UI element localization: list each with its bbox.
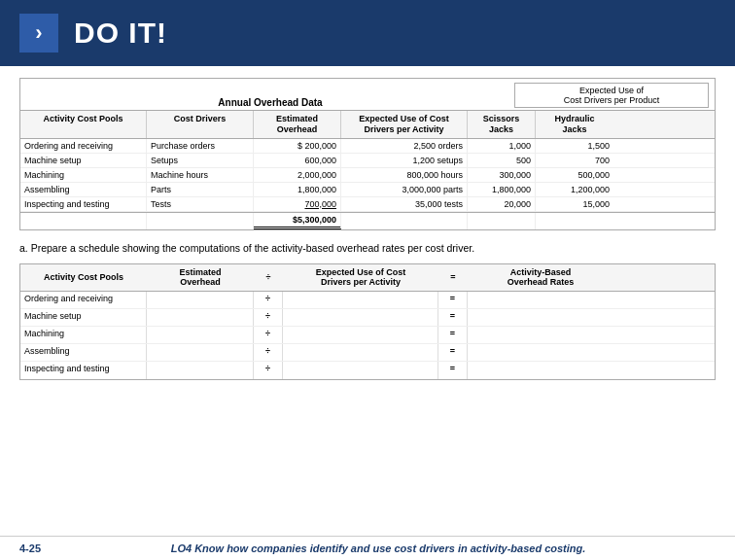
cell-driver-5: Tests xyxy=(147,197,254,211)
cell-driver-3: Machine hours xyxy=(147,168,254,182)
bt-rate-4 xyxy=(468,344,613,361)
table-row: Assembling Parts 1,800,000 3,000,000 par… xyxy=(20,183,715,197)
bt-div-2: ÷ xyxy=(254,309,283,326)
header: › DO IT! xyxy=(0,0,735,66)
total-sci xyxy=(468,213,536,229)
cell-activity-3: Machining xyxy=(20,168,147,182)
bt-eq-2: = xyxy=(438,309,468,326)
bt-exp-2 xyxy=(283,309,438,326)
page-title: DO IT! xyxy=(74,17,167,50)
cell-oh-5: 700,000 xyxy=(254,197,341,211)
top-table-title-row: Annual Overhead Data Expected Use ofCost… xyxy=(20,79,715,111)
cell-hyd-2: 700 xyxy=(536,154,613,167)
cell-hyd-4: 1,200,000 xyxy=(536,183,613,196)
total-label xyxy=(20,213,147,229)
cell-sci-1: 1,000 xyxy=(468,139,536,153)
cell-activity-1: Ordering and receiving xyxy=(20,139,147,153)
cell-activity-5: Inspecting and testing xyxy=(20,197,147,211)
table-row: Inspecting and testing Tests 700,000 35,… xyxy=(20,197,715,212)
footer-page-number: 4-25 xyxy=(19,542,41,554)
main-content: Annual Overhead Data Expected Use ofCost… xyxy=(0,66,735,388)
cell-activity-2: Machine setup xyxy=(20,154,147,167)
top-table: Annual Overhead Data Expected Use ofCost… xyxy=(19,78,716,230)
table-row: Ordering and receiving Purchase orders $… xyxy=(20,139,715,154)
bt-exp-5 xyxy=(283,362,438,379)
bottom-table: Activity Cost Pools EstimatedOverhead ÷ … xyxy=(19,263,716,381)
bt-exp-1 xyxy=(283,292,438,308)
cell-sci-4: 1,800,000 xyxy=(468,183,536,196)
cell-oh-2: 600,000 xyxy=(254,154,341,167)
cell-sci-2: 500 xyxy=(468,154,536,167)
cell-driver-2: Setups xyxy=(147,154,254,167)
bt-div-3: ÷ xyxy=(254,327,283,343)
cell-oh-3: 2,000,000 xyxy=(254,168,341,182)
cell-driver-1: Purchase orders xyxy=(147,139,254,153)
col-scissors: ScissorsJacks xyxy=(468,111,536,138)
bt-eq-4: = xyxy=(438,344,468,361)
cell-exp-3: 800,000 hours xyxy=(341,168,468,182)
btcol-div: ÷ xyxy=(254,269,283,286)
col-cost-drivers: Cost Drivers xyxy=(147,111,254,138)
total-oh: $5,300,000 xyxy=(254,213,341,229)
btcol-rates: Activity-BasedOverhead Rates xyxy=(468,264,613,292)
header-arrow-icon: › xyxy=(19,14,58,52)
cell-exp-1: 2,500 orders xyxy=(341,139,468,153)
total-row: $5,300,000 xyxy=(20,212,715,229)
bt-exp-4 xyxy=(283,344,438,361)
bt-div-4: ÷ xyxy=(254,344,283,361)
bt-div-5: ÷ xyxy=(254,362,283,379)
table-row: Machine setup ÷ = xyxy=(20,309,715,327)
annual-overhead-title: Annual Overhead Data xyxy=(26,97,514,108)
btcol-estimated: EstimatedOverhead xyxy=(147,264,254,292)
bt-eq-5: = xyxy=(438,362,468,379)
bt-oh-1 xyxy=(147,292,254,308)
btcol-eq: = xyxy=(438,269,468,286)
footer-description: LO4 Know how companies identify and use … xyxy=(41,542,716,554)
footer: 4-25 LO4 Know how companies identify and… xyxy=(0,536,735,560)
cell-exp-5: 35,000 tests xyxy=(341,197,468,211)
cell-driver-4: Parts xyxy=(147,183,254,196)
bt-rate-5 xyxy=(468,362,613,379)
cell-exp-2: 1,200 setups xyxy=(341,154,468,167)
cell-activity-4: Assembling xyxy=(20,183,147,196)
btcol-expected: Expected Use of CostDrivers per Activity xyxy=(283,264,438,292)
total-hyd xyxy=(536,213,613,229)
description-text: a. Prepare a schedule showing the comput… xyxy=(19,242,716,254)
bt-rate-1 xyxy=(468,292,613,308)
table-row: Machining ÷ = xyxy=(20,327,715,344)
bt-oh-2 xyxy=(147,309,254,326)
bt-eq-3: = xyxy=(438,327,468,343)
table-row: Assembling ÷ = xyxy=(20,344,715,362)
bt-activity-1: Ordering and receiving xyxy=(20,292,147,308)
col-estimated-overhead: EstimatedOverhead xyxy=(254,111,341,138)
bt-activity-5: Inspecting and testing xyxy=(20,362,147,379)
bottom-table-header: Activity Cost Pools EstimatedOverhead ÷ … xyxy=(20,264,715,293)
table-row: Ordering and receiving ÷ = xyxy=(20,292,715,309)
btcol-activity: Activity Cost Pools xyxy=(20,269,147,286)
cell-hyd-3: 500,000 xyxy=(536,168,613,182)
cell-hyd-1: 1,500 xyxy=(536,139,613,153)
table-row: Machine setup Setups 600,000 1,200 setup… xyxy=(20,154,715,168)
expected-use-header: Expected Use ofCost Drivers per Product xyxy=(514,83,709,108)
bt-activity-4: Assembling xyxy=(20,344,147,361)
bt-eq-1: = xyxy=(438,292,468,308)
bt-div-1: ÷ xyxy=(254,292,283,308)
col-expected-use: Expected Use of CostDrivers per Activity xyxy=(341,111,468,138)
table-row: Machining Machine hours 2,000,000 800,00… xyxy=(20,168,715,183)
cell-sci-5: 20,000 xyxy=(468,197,536,211)
bt-oh-5 xyxy=(147,362,254,379)
col-hydraulic: HydraulicJacks xyxy=(536,111,613,138)
total-drivers xyxy=(147,213,254,229)
cell-hyd-5: 15,000 xyxy=(536,197,613,211)
col-activity: Activity Cost Pools xyxy=(20,111,147,138)
cell-exp-4: 3,000,000 parts xyxy=(341,183,468,196)
table-row: Inspecting and testing ÷ = xyxy=(20,362,715,379)
bt-rate-2 xyxy=(468,309,613,326)
bt-oh-4 xyxy=(147,344,254,361)
bt-rate-3 xyxy=(468,327,613,343)
cell-oh-4: 1,800,000 xyxy=(254,183,341,196)
cell-sci-3: 300,000 xyxy=(468,168,536,182)
cell-oh-1: $ 200,000 xyxy=(254,139,341,153)
bt-oh-3 xyxy=(147,327,254,343)
total-exp xyxy=(341,213,468,229)
